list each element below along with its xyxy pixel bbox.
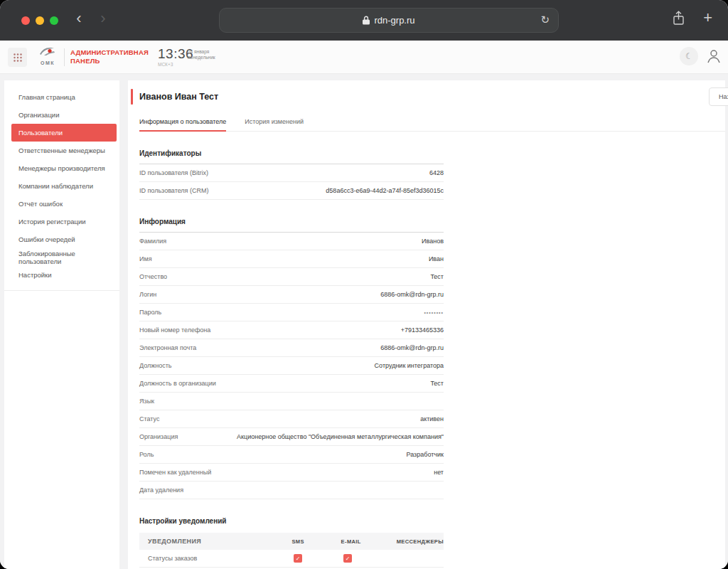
browser-chrome: ‹ › rdn-grp.ru ↻ + (0, 0, 728, 41)
row-label: Фамилия (139, 238, 166, 245)
section: ИдентификаторыID пользователя (Bitrix)64… (139, 149, 444, 200)
checkbox-checked[interactable]: ✓ (343, 554, 352, 563)
app-header: ОМК АДМИНИСТРАТИВНАЯ ПАНЕЛЬ 13:36 МСК+3 … (0, 41, 728, 74)
sidebar-item-менеджеры-производителя[interactable]: Менеджеры производителя (4, 159, 119, 177)
apps-grid-button[interactable] (8, 48, 27, 67)
minimize-window-button[interactable] (36, 16, 44, 25)
app-title-line1: АДМИНИСТРАТИВНАЯ (70, 48, 149, 57)
row-label: ID пользователя (Bitrix) (139, 169, 208, 176)
sidebar-item-ошибки-очередей[interactable]: Ошибки очередей (4, 230, 119, 248)
tab-bar: Информация о пользователеИстория изменен… (139, 118, 725, 132)
info-row: ФамилияИванов (139, 233, 444, 250)
row-label: Должность в организации (139, 380, 216, 387)
app-title-line2: ПАНЕЛЬ (70, 57, 149, 65)
zoom-window-button[interactable] (50, 16, 58, 25)
share-icon[interactable] (673, 11, 685, 26)
app-title: АДМИНИСТРАТИВНАЯ ПАНЕЛЬ (70, 48, 149, 65)
row-value: •••••••• (424, 310, 444, 315)
traffic-lights (21, 16, 58, 25)
info-row: Помечен как удаленныйнет (139, 464, 444, 482)
page-body: Главная страницаОрганизацииПользователиО… (0, 74, 728, 569)
clock-date: 24 января понедельник (188, 49, 215, 60)
sidebar-item-пользователи[interactable]: Пользователи (11, 124, 117, 142)
sidebar-item-настройки[interactable]: Настройки (4, 266, 119, 284)
notification-cell: ✓ (294, 554, 343, 563)
row-label: Пароль (139, 309, 161, 316)
row-label: Новый номер телефона (139, 326, 210, 334)
close-window-button[interactable] (21, 16, 30, 25)
url-text: rdn-grp.ru (374, 15, 414, 26)
row-label: Язык (139, 398, 154, 405)
row-value: 6428 (429, 169, 444, 176)
row-label: Организация (139, 433, 178, 440)
row-label: Дата удаления (139, 486, 183, 494)
info-row: ИмяИван (139, 250, 444, 268)
row-value: активен (420, 415, 444, 422)
header-user-area: ☾ Акименко Администратор (680, 47, 728, 65)
checkmark-icon: ✓ (296, 555, 301, 562)
row-label: Имя (139, 255, 152, 262)
row-value: Иван (429, 255, 444, 262)
reload-icon[interactable]: ↻ (540, 14, 550, 26)
forward-icon[interactable]: › (95, 9, 112, 28)
macos-window: ‹ › rdn-grp.ru ↻ + (0, 0, 728, 569)
tab-inactive[interactable]: История изменений (245, 118, 304, 131)
sidebar-item-главная-страница[interactable]: Главная страница (4, 88, 119, 106)
back-icon[interactable]: ‹ (70, 9, 87, 28)
user-details: ИдентификаторыID пользователя (Bitrix)64… (139, 132, 444, 568)
sidebar-item-организации[interactable]: Организации (4, 106, 119, 124)
checkbox-checked[interactable]: ✓ (294, 554, 302, 563)
sidebar-menu: Главная страницаОрганизацииПользователиО… (4, 88, 119, 284)
omk-logo: ОМК (37, 46, 58, 65)
sidebar-divider (4, 290, 119, 291)
date-line2: понедельник (188, 55, 215, 60)
notification-cell: ✓ (343, 554, 400, 563)
row-label: Должность (139, 362, 172, 369)
info-row: ОрганизацияАкционерное общество "Объедин… (139, 428, 444, 446)
back-button[interactable]: Назад (709, 87, 728, 106)
browser-window: ‹ › rdn-grp.ru ↻ + (0, 0, 728, 569)
main-panel: Иванов Иван Тест Назад Информация о поль… (128, 80, 725, 569)
info-row: ID пользователя (CRM)d58a6cc3-e6a9-44d2-… (139, 182, 444, 200)
notifications-column-header: УВЕДОМЛЕНИЯ (139, 538, 291, 545)
row-label: ID пользователя (CRM) (139, 187, 208, 194)
info-row: ID пользователя (Bitrix)6428 (139, 164, 444, 182)
dark-mode-toggle[interactable]: ☾ (680, 47, 698, 65)
sidebar-item-заблокированные-пользователи[interactable]: Заблокированные пользователи (4, 248, 119, 266)
notifications-section: Настройки уведомлений УВЕДОМЛЕНИЯSMSE-MA… (139, 517, 444, 568)
row-label: Отчество (139, 273, 167, 280)
row-value: Разработчик (407, 451, 444, 458)
info-row: ДолжностьСотрудник интегратора (139, 357, 444, 375)
grid-dots-icon (13, 53, 23, 63)
info-row: Логин6886-omk@rdn-grp.ru (139, 286, 444, 304)
sidebar: Главная страницаОрганизацииПользователиО… (4, 80, 119, 569)
sidebar-item-компании-наблюдатели[interactable]: Компании наблюдатели (4, 177, 119, 195)
info-row: Новый номер телефона+79133465336 (139, 321, 444, 339)
address-bar[interactable]: rdn-grp.ru ↻ (219, 8, 559, 33)
sidebar-item-отчёт-ошибок[interactable]: Отчёт ошибок (4, 195, 119, 213)
row-value: Сотрудник интегратора (375, 362, 444, 369)
info-row: Язык (139, 393, 444, 410)
lock-icon (363, 16, 370, 25)
section-title: Информация (139, 218, 444, 233)
tab-active[interactable]: Информация о пользователе (139, 118, 226, 132)
new-tab-icon[interactable]: + (703, 10, 712, 26)
sidebar-item-история-регистрации[interactable]: История регистрации (4, 213, 119, 230)
sidebar-item-ответственные-менеджеры[interactable]: Ответственные менеджеры (4, 142, 119, 159)
row-label: Роль (139, 451, 154, 458)
clock-timezone: МСК+3 (158, 62, 193, 67)
notification-label: Статусы заказов (139, 555, 294, 562)
info-row: ОтчествоТест (139, 268, 444, 286)
row-label: Логин (139, 291, 156, 298)
notifications-table-header: УВЕДОМЛЕНИЯSMSE-MAILМЕССЕНДЖЕРЫ (139, 533, 444, 550)
info-row: РольРазработчик (139, 446, 444, 464)
row-value: +79133465336 (401, 326, 444, 334)
row-value: Акционерное общество "Объединенная метал… (237, 433, 444, 440)
row-value: d58a6cc3-e6a9-44d2-a74f-85ef3d36015c (326, 187, 444, 194)
info-row: Дата удаления (139, 482, 444, 499)
section-title: Идентификаторы (139, 149, 444, 164)
row-value: Тест (430, 380, 444, 387)
page-title: Иванов Иван Тест (139, 92, 218, 102)
user-avatar-icon[interactable] (705, 47, 723, 65)
notifications-column-header: E-MAIL (341, 538, 397, 545)
